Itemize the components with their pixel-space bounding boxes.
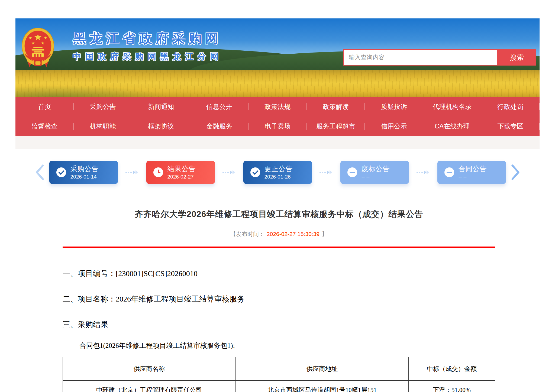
timeline-step-abandoned-bid-notice[interactable]: 废标公告 -- -- [340, 161, 409, 184]
nav-item-framework-agreement[interactable]: 框架协议 [132, 116, 190, 136]
nav-item-policies[interactable]: 政策法规 [249, 97, 307, 116]
cell-supplier-name: 中环建（北京）工程管理有限责任公司 [63, 381, 236, 392]
step-date: -- -- [362, 174, 390, 180]
section-project-number: 一、项目编号：[230001]SC[CS]20260010 [63, 268, 495, 279]
site-title: 黑龙江省政府采购网 [73, 30, 222, 47]
announcement-timeline: 采购公告 2026-01-14 结果公告 2026-02-27 更正公告 202… [0, 149, 555, 196]
page-title: 齐齐哈尔大学2026年维修工程项目竣工结算审核服务中标（成交）结果公告 [63, 209, 495, 220]
minus-circle-icon [444, 167, 454, 177]
step-date: 2026-01-26 [264, 174, 293, 180]
chevron-right-icon[interactable] [511, 164, 520, 180]
nav-item-administrative-penalty[interactable]: 行政处罚 [481, 97, 540, 116]
nav-item-info-disclosure[interactable]: 信息公开 [190, 97, 249, 116]
dashed-arrow-icon [215, 170, 243, 175]
contract-package-line: 合同包1(2026年维修工程项目竣工结算审核服务包1): [63, 341, 495, 350]
announcement-article: 齐齐哈尔大学2026年维修工程项目竣工结算审核服务中标（成交）结果公告 【发布时… [63, 209, 495, 392]
nav-item-credit-disclosure[interactable]: 信用公示 [365, 116, 423, 136]
step-date: 2026-01-14 [70, 174, 99, 180]
timeline-step-correction-notice[interactable]: 更正公告 2026-01-26 [243, 161, 312, 184]
nav-item-complaints[interactable]: 质疑投诉 [365, 97, 423, 116]
section-procurement-result: 三、采购结果 [63, 319, 495, 330]
clock-icon [153, 167, 163, 177]
nav-item-functions[interactable]: 机构职能 [74, 116, 132, 136]
table-header-row: 供应商名称 供应商地址 中标（成交）金额 [63, 357, 495, 381]
nav-item-procurement-notice[interactable]: 采购公告 [74, 97, 132, 116]
search-button[interactable]: 搜索 [498, 49, 536, 66]
nav-row-1: 首页 采购公告 新闻通知 信息公开 政策法规 政策解读 质疑投诉 代理机构名录 … [15, 97, 540, 116]
search-bar: 搜索 [343, 49, 536, 66]
banner-field [15, 70, 540, 97]
search-input[interactable] [343, 49, 498, 66]
cell-award-amount: 下浮：51.00% [409, 381, 495, 392]
nav-item-home[interactable]: 首页 [15, 97, 74, 116]
nav-item-emall[interactable]: 电子卖场 [249, 116, 307, 136]
check-circle-icon [250, 167, 260, 177]
nav-item-service-project-mart[interactable]: 服务工程超市 [306, 116, 365, 136]
nav-item-policy-interpretation[interactable]: 政策解读 [306, 97, 365, 116]
page: 黑龙江省政府采购网 中国政府采购网黑龙江分网 搜索 首页 采购公告 新闻通知 信… [0, 18, 555, 392]
minus-circle-icon [347, 167, 357, 177]
nav-row-2: 监督检查 机构职能 框架协议 金融服务 电子卖场 服务工程超市 信用公示 CA在… [15, 116, 540, 136]
step-date: 2026-02-27 [167, 174, 196, 180]
step-date: -- -- [459, 174, 487, 180]
col-award-amount: 中标（成交）金额 [409, 357, 495, 381]
chevron-left-icon[interactable] [35, 164, 44, 180]
timeline-step-result-notice[interactable]: 结果公告 2026-02-27 [146, 161, 215, 184]
dashed-arrow-icon [312, 170, 340, 175]
table-row: 中环建（北京）工程管理有限责任公司 北京市西城区马连道胡同1号10幢1层151 … [63, 381, 495, 392]
divider-strip [15, 136, 540, 149]
result-table: 供应商名称 供应商地址 中标（成交）金额 中环建（北京）工程管理有限责任公司 北… [63, 357, 495, 392]
dashed-arrow-icon [409, 170, 437, 175]
dashed-arrow-icon [118, 170, 146, 175]
nav-item-financial-services[interactable]: 金融服务 [190, 116, 249, 136]
main-nav: 首页 采购公告 新闻通知 信息公开 政策法规 政策解读 质疑投诉 代理机构名录 … [15, 97, 540, 136]
red-divider [63, 247, 495, 248]
publish-time-suffix: 】 [322, 231, 327, 237]
section-project-name: 二、项目名称：2026年维修工程项目竣工结算审核服务 [63, 294, 495, 304]
publish-time-prefix: 【发布时间： [230, 231, 264, 237]
nav-item-ca-online[interactable]: CA在线办理 [423, 116, 481, 136]
col-supplier-name: 供应商名称 [63, 357, 236, 381]
publish-time-line: 【发布时间：2026-02-27 15:30:39】 [63, 230, 495, 238]
step-label: 结果公告 [167, 165, 196, 173]
cell-supplier-address: 北京市西城区马连道胡同1号10幢1层151 [236, 381, 409, 392]
china-national-emblem-icon [21, 25, 55, 71]
nav-item-downloads[interactable]: 下载专区 [481, 116, 540, 136]
nav-item-news[interactable]: 新闻通知 [132, 97, 190, 116]
timeline-step-contract-notice[interactable]: 合同公告 -- -- [437, 161, 506, 184]
col-supplier-address: 供应商地址 [236, 357, 409, 381]
publish-time: 2026-02-27 15:30:39 [267, 231, 320, 237]
timeline-step-procurement-notice[interactable]: 采购公告 2026-01-14 [49, 161, 118, 184]
step-label: 废标公告 [362, 165, 390, 173]
site-banner: 黑龙江省政府采购网 中国政府采购网黑龙江分网 搜索 [15, 18, 540, 97]
site-subtitle: 中国政府采购网黑龙江分网 [73, 51, 222, 62]
step-label: 采购公告 [70, 165, 99, 173]
nav-item-supervision[interactable]: 监督检查 [15, 116, 74, 136]
nav-item-agency-directory[interactable]: 代理机构名录 [423, 97, 481, 116]
check-circle-icon [56, 167, 66, 177]
step-label: 更正公告 [264, 165, 293, 173]
step-label: 合同公告 [459, 165, 487, 173]
